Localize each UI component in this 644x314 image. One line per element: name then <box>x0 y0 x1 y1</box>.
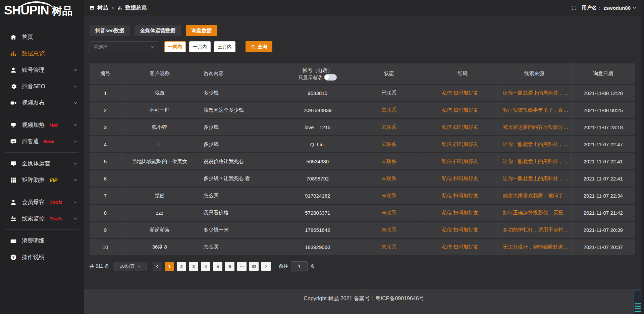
sidebar-item-member-baoke[interactable]: 会员爆客Tools <box>0 194 84 210</box>
goto-page-input[interactable] <box>291 261 308 271</box>
table-row: 9潮起潮落多少钱一米178651642未联系私信 扫码加好友多功能护栏灯，适用于… <box>90 222 635 239</box>
help-icon: ? <box>10 254 17 261</box>
page-button-3[interactable]: 3 <box>189 262 198 271</box>
sidebar-item-help[interactable]: ?操作说明 <box>0 249 84 265</box>
page-button-92[interactable]: 92 <box>249 262 259 271</box>
range-button[interactable]: 一月内 <box>189 41 211 52</box>
table-row: 2不可一世我想问这个多少钱2097344839未联系私信 扫码加好友客厅安装投影… <box>90 102 635 119</box>
source-link[interactable]: 让你一眼就爱上的黑科技，能... <box>497 85 572 102</box>
phone-only-label: 只显示电话 <box>299 74 322 81</box>
sidebar-item-video-heat[interactable]: 视频加热Hot <box>0 117 84 133</box>
cell-nickname: zzz <box>121 205 198 222</box>
cell-nickname: 不可一世 <box>121 102 198 119</box>
sidebar-item-clue-monitor[interactable]: 线索监控Tools <box>0 210 84 227</box>
page-button-1[interactable]: 1 <box>165 262 174 271</box>
qr-link[interactable]: 私信 扫码加好友 <box>423 170 497 188</box>
phone-only-control: 只显示电话 <box>280 74 355 81</box>
pagination: 共 911 条 10条/页 123456···92 前往 页 <box>90 261 635 271</box>
cell-date: 2021-11-07 22:41 <box>572 153 635 170</box>
sidebar-item-label: 抖音SEO <box>22 83 45 90</box>
qr-link[interactable]: 私信 扫码加好友 <box>423 153 497 170</box>
source-link[interactable]: 被大家追着问的客厅投影分享... <box>497 119 572 136</box>
sidebar-item-badge: Tools <box>49 199 62 205</box>
qr-link[interactable]: 私信 扫码加好友 <box>423 119 497 136</box>
cell-account: 917024162 <box>280 188 355 205</box>
phone-only-toggle[interactable] <box>324 74 337 81</box>
source-link[interactable]: 感谢大家喜欢我家，被问了好... <box>497 188 572 205</box>
source-link[interactable]: 如何正确选择投影仪，买投影... <box>497 205 572 222</box>
tab-询盘数据[interactable]: 询盘数据 <box>186 25 217 36</box>
next-page-button[interactable] <box>261 262 271 271</box>
sidebar-item-consume-detail[interactable]: 消费明细 <box>0 232 84 249</box>
qr-link[interactable]: 私信 扫码加好友 <box>423 136 497 153</box>
range-button[interactable]: 一周内 <box>164 41 186 52</box>
col-header-qr: 二维码 <box>423 63 497 85</box>
source-link[interactable]: 多功能护栏灯，适用于乡村文... <box>497 222 572 239</box>
tab-抖音seo数据[interactable]: 抖音seo数据 <box>90 25 130 36</box>
inquiry-table: 编号客户昵称咨询内容帐号（电话）只显示电话状态二维码线索来源询盘日期 1哦章多少… <box>90 63 635 256</box>
table-body: 1哦章多少钱9583810已联系私信 扫码加好友让你一眼就爱上的黑科技，能...… <box>90 85 635 256</box>
bar-chart-icon <box>10 50 17 57</box>
page-button-6[interactable]: 6 <box>225 262 234 271</box>
sidebar-item-data-overview[interactable]: 数据总览 <box>0 45 84 62</box>
floating-widget[interactable] <box>633 290 642 314</box>
sidebar-item-label: 首页 <box>22 33 33 41</box>
page-size-select[interactable]: 10条/页 <box>114 262 147 271</box>
chevron-down-icon <box>73 123 78 127</box>
cell-account: 572803371 <box>280 205 355 222</box>
chevron-down-icon <box>137 264 141 268</box>
qr-link[interactable]: 私信 扫码加好友 <box>423 102 497 119</box>
sidebar-item-label: 视频加热 <box>22 121 45 129</box>
screen-icon <box>10 122 17 128</box>
cell-date: 2021-11-07 23:18 <box>572 119 635 136</box>
source-link[interactable]: 让你一眼就爱上的黑科技，能... <box>497 170 572 188</box>
cell-no: 1 <box>90 85 121 102</box>
fullscreen-icon[interactable] <box>571 5 577 11</box>
sidebar-item-badge: VIP <box>49 177 57 183</box>
breadcrumb-home[interactable]: 树品 <box>97 4 108 11</box>
page-button-4[interactable]: 4 <box>201 262 210 271</box>
cell-nickname: 哦章 <box>121 85 198 102</box>
status-badge: 未联系 <box>355 102 423 119</box>
sidebar-item-label: 数据总览 <box>22 50 45 57</box>
cell-date: 2021-11-08 12:28 <box>572 85 635 102</box>
home-icon <box>10 34 17 41</box>
cell-no: 2 <box>90 102 121 119</box>
sidebar-item-matrix-boost[interactable]: 矩阵助推VIP <box>0 172 84 188</box>
main-area: 树品 > 数据总览 用户名： zswodun88 <box>84 0 644 314</box>
qr-link[interactable]: 私信 扫码加好友 <box>423 188 497 205</box>
sidebar-item-douyin-seo[interactable]: 抖音SEO <box>0 78 84 95</box>
prev-page-button[interactable] <box>153 262 162 271</box>
page-button-5[interactable]: 5 <box>213 262 222 271</box>
sidebar-item-douketong[interactable]: 抖客通New <box>0 133 84 150</box>
source-link[interactable]: 让你一眼就爱上的黑科技，能... <box>497 153 572 170</box>
status-badge: 未联系 <box>355 136 423 153</box>
source-link[interactable]: 无主灯设计，智能磁吸轨道灯... <box>497 239 572 256</box>
chevron-down-icon <box>73 161 78 166</box>
sidebar-item-media-ops[interactable]: 全媒体运营 <box>0 155 84 172</box>
sidebar-item-home[interactable]: 首页 <box>0 29 84 45</box>
page-button-2[interactable]: 2 <box>177 262 186 271</box>
scrollbar[interactable] <box>641 0 644 314</box>
sidebar-item-video-publish[interactable]: 视频发布 <box>0 95 84 111</box>
page-ellipsis[interactable]: ··· <box>237 262 247 271</box>
chevron-down-icon <box>632 6 637 10</box>
user-menu[interactable]: 用户名： zswodun88 <box>582 5 637 11</box>
filter-select[interactable]: 请选择 <box>90 41 158 52</box>
qr-link[interactable]: 私信 扫码加好友 <box>423 239 497 256</box>
sidebar-item-label: 矩阵助推 <box>22 176 45 184</box>
cell-date: 2021-11-07 21:42 <box>572 205 635 222</box>
source-link[interactable]: 让你一眼就爱上的黑科技，能... <box>497 136 572 153</box>
chevron-down-icon <box>73 101 78 105</box>
qr-link[interactable]: 私信 扫码加好友 <box>423 85 497 102</box>
source-link[interactable]: 客厅安装投影半年多了，真实... <box>497 102 572 119</box>
tab-全媒体运营数据[interactable]: 全媒体运营数据 <box>135 25 181 36</box>
sidebar-item-account-manage[interactable]: 账号管理 <box>0 62 84 78</box>
qr-link[interactable]: 私信 扫码加好友 <box>423 205 497 222</box>
search-button[interactable]: 查询 <box>246 41 272 52</box>
status-badge: 未联系 <box>355 239 423 256</box>
range-button[interactable]: 三月内 <box>214 41 235 52</box>
table-row: 7觉然怎么买917024162未联系私信 扫码加好友感谢大家喜欢我家，被问了好.… <box>90 188 635 205</box>
qr-link[interactable]: 私信 扫码加好友 <box>423 222 497 239</box>
col-header-nickname: 客户昵称 <box>121 63 198 85</box>
